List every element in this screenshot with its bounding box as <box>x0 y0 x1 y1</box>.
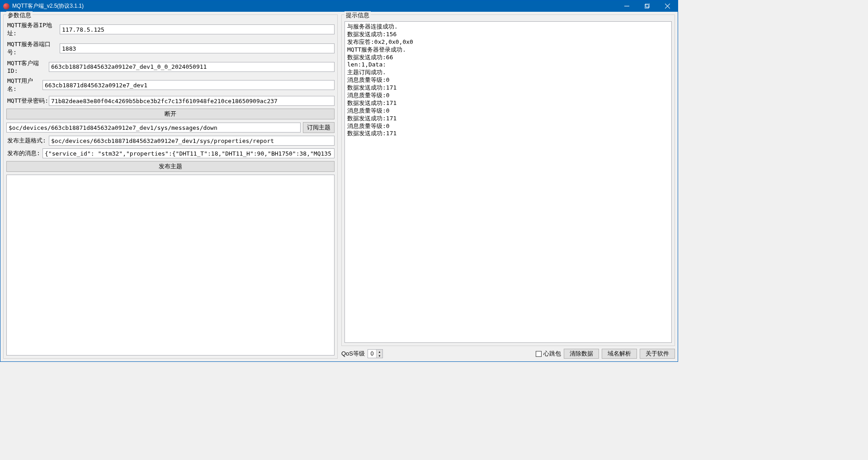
client-id-input[interactable] <box>49 62 335 72</box>
publish-button[interactable]: 发布主题 <box>6 161 335 172</box>
about-button[interactable]: 关于软件 <box>640 349 675 359</box>
qos-value-input[interactable] <box>368 350 376 358</box>
label-password: MQTT登录密码: <box>6 97 49 105</box>
minimize-button[interactable] <box>617 0 637 12</box>
disconnect-button[interactable]: 断开 <box>6 109 335 119</box>
publish-message-input[interactable] <box>42 148 335 158</box>
qos-spinner[interactable]: ▲ ▼ <box>368 349 383 358</box>
label-pub-topic-fmt: 发布主题格式: <box>6 137 49 145</box>
server-port-input[interactable] <box>60 43 335 53</box>
server-ip-input[interactable] <box>60 24 335 34</box>
right-panel: 提示信息 与服务器连接成功. 数据发送成功:156 发布应答:0x2,0x0,0… <box>341 14 675 359</box>
bottom-bar: QoS等级 ▲ ▼ 心跳包 清除数据 域名解析 关于软件 <box>341 349 675 359</box>
checkbox-box-icon <box>536 351 542 357</box>
received-message-area[interactable] <box>6 175 335 356</box>
heartbeat-checkbox[interactable]: 心跳包 <box>536 350 561 358</box>
params-group: 参数信息 MQTT服务器IP地址: MQTT服务器端口号: MQTT客户端ID:… <box>3 14 338 359</box>
titlebar[interactable]: MQTT客户端_v2.5(协议3.1.1) <box>0 0 678 12</box>
log-group: 提示信息 与服务器连接成功. 数据发送成功:156 发布应答:0x2,0x0,0… <box>341 14 675 346</box>
svg-rect-2 <box>646 4 650 7</box>
subscribe-button[interactable]: 订阅主题 <box>303 122 335 133</box>
password-input[interactable] <box>49 96 335 106</box>
close-button[interactable] <box>657 0 678 12</box>
publish-topic-input[interactable] <box>49 136 335 146</box>
maximize-button[interactable] <box>637 0 657 12</box>
dns-resolve-button[interactable]: 域名解析 <box>602 349 637 359</box>
heartbeat-label: 心跳包 <box>543 350 561 358</box>
qos-down-button[interactable]: ▼ <box>377 354 382 358</box>
log-group-title: 提示信息 <box>344 11 371 19</box>
log-output[interactable]: 与服务器连接成功. 数据发送成功:156 发布应答:0x2,0x0,0x0 MQ… <box>344 21 672 343</box>
subscribe-topic-input[interactable] <box>6 123 301 133</box>
window-title: MQTT客户端_v2.5(协议3.1.1) <box>12 2 617 10</box>
label-server-port: MQTT服务器端口号: <box>6 40 60 57</box>
label-pub-message: 发布的消息: <box>6 149 42 157</box>
qos-up-button[interactable]: ▲ <box>377 350 382 354</box>
label-username: MQTT用户名: <box>6 77 42 93</box>
label-server-ip: MQTT服务器IP地址: <box>6 21 60 38</box>
username-input[interactable] <box>42 80 335 90</box>
app-window: MQTT客户端_v2.5(协议3.1.1) 参数信息 MQTT服务器IP地址: … <box>0 0 678 362</box>
clear-data-button[interactable]: 清除数据 <box>564 349 599 359</box>
params-group-title: 参数信息 <box>6 11 33 19</box>
qos-label: QoS等级 <box>341 350 365 358</box>
label-client-id: MQTT客户端ID: <box>6 59 49 74</box>
svg-rect-1 <box>645 5 649 8</box>
app-icon <box>3 3 9 9</box>
